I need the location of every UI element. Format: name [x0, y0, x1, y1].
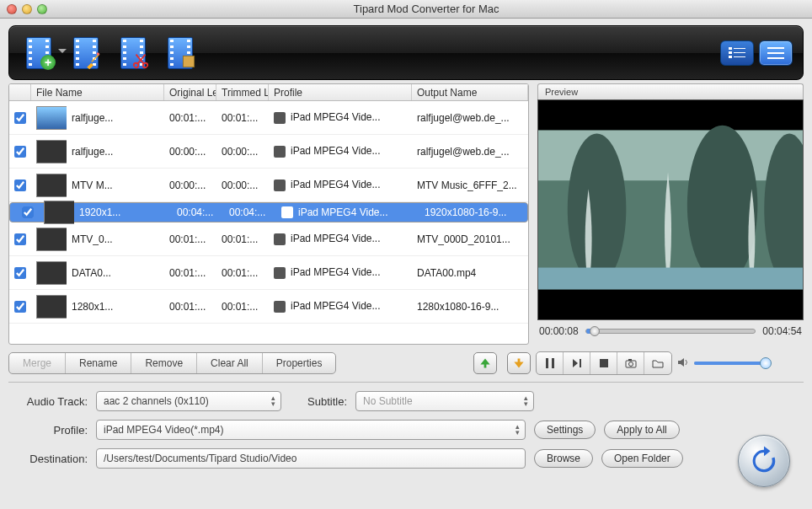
view-detail-button[interactable]: [720, 40, 754, 66]
preview-seek-slider[interactable]: [585, 329, 756, 334]
clear-all-button[interactable]: Clear All: [197, 353, 263, 373]
snapshot-folder-button[interactable]: [644, 352, 671, 374]
zoom-window-button[interactable]: [37, 4, 47, 14]
thumbnail: [36, 228, 67, 251]
row-checkbox[interactable]: [14, 112, 26, 124]
thumbnail: [44, 201, 74, 224]
subtitle-label: Subtitle:: [290, 395, 347, 408]
volume-slider[interactable]: [694, 362, 770, 365]
preview-video[interactable]: [537, 99, 804, 320]
preview-time-dur: 00:04:54: [762, 325, 802, 337]
thumbnail: [36, 295, 67, 319]
row-checkbox[interactable]: [14, 233, 26, 245]
table-row[interactable]: ralfjuge...00:00:...00:00:...iPad MPEG4 …: [9, 135, 528, 169]
properties-button[interactable]: Properties: [263, 353, 336, 373]
svg-rect-21: [628, 359, 632, 361]
settings-button[interactable]: Settings: [534, 421, 596, 439]
cell-original: 00:04:...: [172, 206, 224, 218]
table-row[interactable]: ralfjuge...00:01:...00:01:...iPad MPEG4 …: [9, 101, 528, 135]
svg-point-14: [687, 126, 757, 285]
browse-button[interactable]: Browse: [534, 449, 593, 468]
col-output-name[interactable]: Output Name: [412, 84, 528, 100]
table-row[interactable]: 1920x1...00:04:...00:04:...iPad MPEG4 Vi…: [9, 202, 528, 222]
table-row[interactable]: MTV_0...00:01:...00:01:...iPad MPEG4 Vid…: [9, 222, 528, 256]
svg-rect-5: [734, 48, 745, 49]
profile-icon: [274, 146, 286, 158]
row-checkbox[interactable]: [14, 267, 26, 279]
svg-rect-19: [600, 359, 608, 367]
svg-rect-16: [538, 268, 803, 290]
profile-icon: [274, 179, 286, 191]
view-list-button[interactable]: [759, 40, 793, 66]
destination-label: Destination:: [12, 453, 88, 465]
step-button[interactable]: [564, 352, 590, 374]
profile-label: Profile:: [12, 424, 88, 437]
cell-profile: iPad MPEG4 Vide...: [269, 266, 412, 279]
thumbnail: [36, 174, 67, 197]
cell-filename: DATA0...: [67, 267, 164, 279]
profile-icon: [281, 206, 293, 218]
add-file-button[interactable]: +: [19, 34, 58, 72]
crop-button[interactable]: [161, 34, 200, 72]
window-title: Tipard Mod Converter for Mac: [47, 3, 805, 15]
pause-button[interactable]: [537, 352, 564, 374]
cell-output: DATA00.mp4: [412, 267, 528, 279]
col-profile[interactable]: Profile: [269, 84, 412, 100]
table-row[interactable]: MTV M...00:00:...00:00:...iPad MPEG4 Vid…: [9, 169, 528, 202]
table-row[interactable]: 1280x1...00:01:...00:01:...iPad MPEG4 Vi…: [9, 290, 528, 324]
trim-button[interactable]: [114, 34, 152, 72]
cell-filename: ralfjuge...: [67, 146, 164, 158]
subtitle-select[interactable]: No Subtitle▴▾: [355, 391, 534, 411]
cell-original: 00:01:...: [164, 301, 216, 313]
thumbnail: [36, 261, 67, 285]
cell-original: 00:01:...: [164, 233, 216, 245]
cell-original: 00:00:...: [164, 179, 216, 191]
convert-button[interactable]: [738, 435, 790, 487]
col-filename[interactable]: File Name: [31, 84, 164, 100]
preview-label: Preview: [537, 83, 804, 99]
table-header: File Name Original Le Trimmed L Profile …: [9, 84, 528, 101]
effect-button[interactable]: [67, 34, 105, 72]
minimize-window-button[interactable]: [22, 4, 32, 14]
volume-icon: [677, 357, 689, 370]
merge-button[interactable]: Merge: [9, 353, 66, 373]
svg-rect-6: [729, 51, 732, 54]
close-window-button[interactable]: [7, 4, 17, 14]
open-folder-button[interactable]: Open Folder: [601, 449, 683, 468]
stop-button[interactable]: [590, 352, 617, 374]
cell-trimmed: 00:01:...: [216, 267, 269, 279]
remove-button[interactable]: Remove: [131, 353, 197, 373]
cell-profile: iPad MPEG4 Vide...: [276, 206, 419, 219]
col-original-length[interactable]: Original Le: [164, 84, 216, 100]
row-checkbox[interactable]: [14, 146, 26, 158]
move-down-button[interactable]: [507, 352, 531, 374]
col-trimmed-length[interactable]: Trimmed L: [216, 84, 269, 100]
cell-original: 00:01:...: [164, 112, 216, 124]
cell-original: 00:00:...: [164, 146, 216, 158]
svg-rect-17: [546, 358, 548, 368]
cell-output: 1280x1080-16-9...: [412, 301, 528, 313]
row-checkbox[interactable]: [14, 301, 26, 313]
row-checkbox[interactable]: [22, 206, 34, 218]
cell-output: 1920x1080-16-9...: [419, 206, 521, 218]
cell-original: 00:01:...: [164, 267, 216, 279]
audio-track-select[interactable]: aac 2 channels (0x110)▴▾: [96, 391, 281, 411]
profile-select[interactable]: iPad MPEG4 Video(*.mp4)▴▾: [96, 420, 526, 440]
cell-filename: MTV M...: [67, 179, 164, 191]
cell-filename: 1280x1...: [67, 301, 164, 313]
table-row[interactable]: DATA0...00:01:...00:01:...iPad MPEG4 Vid…: [9, 256, 528, 290]
cell-trimmed: 00:04:...: [224, 206, 276, 218]
snapshot-button[interactable]: [617, 352, 644, 374]
cell-trimmed: 00:00:...: [216, 179, 269, 191]
cell-profile: iPad MPEG4 Vide...: [269, 179, 412, 191]
apply-to-all-button[interactable]: Apply to All: [604, 421, 679, 439]
cell-trimmed: 00:01:...: [216, 112, 269, 124]
cell-output: ralfjugel@web.de_...: [412, 146, 528, 158]
row-checkbox[interactable]: [14, 179, 26, 191]
cell-profile: iPad MPEG4 Vide...: [269, 145, 412, 158]
rename-button[interactable]: Rename: [66, 353, 131, 373]
table-body: ralfjuge...00:01:...00:01:...iPad MPEG4 …: [9, 101, 528, 344]
move-up-button[interactable]: [473, 352, 497, 374]
destination-field[interactable]: /Users/test/Documents/Tipard Studio/Vide…: [96, 448, 526, 469]
cell-profile: iPad MPEG4 Vide...: [269, 300, 412, 313]
